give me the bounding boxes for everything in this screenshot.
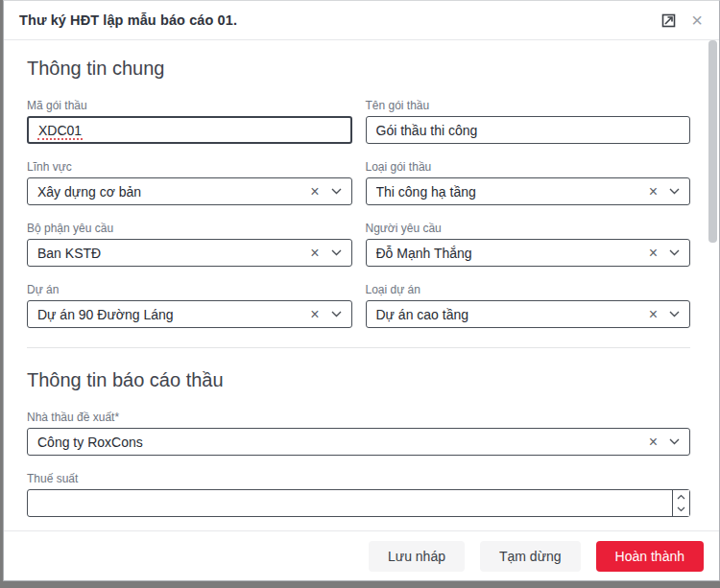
field-loai-goi-thau: Loại gói thầu Thi công hạ tầng × xyxy=(366,160,691,205)
field-label: Mã gói thầu xyxy=(27,99,352,112)
field-label: Bộ phận yêu cầu xyxy=(27,222,352,235)
input-wrap xyxy=(27,116,352,144)
save-draft-button[interactable]: Lưu nháp xyxy=(369,541,465,572)
clear-icon[interactable]: × xyxy=(645,307,661,322)
field-label: Dự án xyxy=(27,283,352,296)
field-thue-suat: Thuế suất xyxy=(27,472,690,517)
select-value: Ban KSTĐ xyxy=(37,246,306,261)
chevron-down-icon xyxy=(669,249,680,256)
nguoi-yeu-cau-select[interactable]: Đỗ Mạnh Thắng × xyxy=(366,239,691,267)
clear-icon[interactable]: × xyxy=(306,184,323,200)
spinner-up-button[interactable] xyxy=(673,490,689,504)
window-frame: Thư ký HĐT lập mẫu báo cáo 01. × Thông t… xyxy=(0,0,720,588)
section-divider xyxy=(27,347,690,348)
chevron-down-icon xyxy=(331,311,342,318)
select-value: Công ty RoxCons xyxy=(37,435,645,450)
number-spinner xyxy=(672,490,689,516)
select-value: Dự án cao tầng xyxy=(376,307,645,322)
chevron-down-icon xyxy=(669,438,680,445)
chevron-down-icon xyxy=(669,188,680,195)
select-value: Đỗ Mạnh Thắng xyxy=(376,246,645,261)
field-label: Loại dự án xyxy=(366,283,691,296)
complete-button[interactable]: Hoàn thành xyxy=(596,541,704,572)
form-row: Bộ phận yêu cầu Ban KSTĐ × Người yêu cầu… xyxy=(27,222,690,267)
modal-title: Thư ký HĐT lập mẫu báo cáo 01. xyxy=(19,12,237,28)
header-actions: × xyxy=(660,12,706,29)
pause-button[interactable]: Tạm dừng xyxy=(480,541,581,572)
field-nguoi-yeu-cau: Người yêu cầu Đỗ Mạnh Thắng × xyxy=(366,222,691,267)
close-icon[interactable]: × xyxy=(688,12,706,29)
number-input-wrap xyxy=(27,489,690,517)
du-an-select[interactable]: Dự án 90 Đường Láng × xyxy=(27,300,352,328)
clear-icon[interactable]: × xyxy=(645,184,661,200)
clear-icon[interactable]: × xyxy=(645,435,661,450)
field-loai-du-an: Loại dự án Dự án cao tầng × xyxy=(366,283,691,328)
select-value: Xây dựng cơ bản xyxy=(37,184,306,200)
nha-thau-de-xuat-select[interactable]: Công ty RoxCons × xyxy=(27,428,690,456)
form-row: Mã gói thầu Tên gói thầu xyxy=(27,99,690,144)
field-ten-goi-thau: Tên gói thầu xyxy=(366,99,691,144)
field-linh-vuc: Lĩnh vực Xây dựng cơ bản × xyxy=(27,160,352,205)
loai-goi-thau-select[interactable]: Thi công hạ tầng × xyxy=(366,177,691,205)
ten-goi-thau-input[interactable] xyxy=(366,116,691,144)
field-label: Nhà thầu đề xuất* xyxy=(27,411,690,424)
spinner-down-button[interactable] xyxy=(673,504,689,517)
linh-vuc-select[interactable]: Xây dựng cơ bản × xyxy=(27,177,352,205)
expand-icon[interactable] xyxy=(660,12,677,29)
ma-goi-thau-input[interactable] xyxy=(27,116,352,144)
modal-header: Thư ký HĐT lập mẫu báo cáo 01. × xyxy=(4,1,719,40)
section-heading-report: Thông tin báo cáo thầu xyxy=(27,369,690,391)
report-template-modal: Thư ký HĐT lập mẫu báo cáo 01. × Thông t… xyxy=(3,0,720,581)
form-row: Dự án Dự án 90 Đường Láng × Loại dự án D… xyxy=(27,283,690,328)
form-row: Lĩnh vực Xây dựng cơ bản × Loại gói thầu… xyxy=(27,160,690,205)
bo-phan-yeu-cau-select[interactable]: Ban KSTĐ × xyxy=(27,239,352,267)
chevron-down-icon xyxy=(669,311,680,318)
clear-icon[interactable]: × xyxy=(306,307,323,322)
clear-icon[interactable]: × xyxy=(645,246,661,261)
input-wrap xyxy=(366,116,691,144)
vertical-scrollbar-thumb[interactable] xyxy=(708,40,717,243)
modal-footer: Lưu nháp Tạm dừng Hoàn thành xyxy=(4,530,719,580)
field-ma-goi-thau: Mã gói thầu xyxy=(27,99,352,144)
clear-icon[interactable]: × xyxy=(306,246,323,261)
modal-body: Thông tin chung Mã gói thầu Tên gói thầu xyxy=(4,40,719,530)
field-label: Loại gói thầu xyxy=(366,160,691,174)
field-du-an: Dự án Dự án 90 Đường Láng × xyxy=(27,283,352,328)
thue-suat-input[interactable] xyxy=(28,490,672,516)
select-value: Thi công hạ tầng xyxy=(376,184,645,200)
loai-du-an-select[interactable]: Dự án cao tầng × xyxy=(366,300,691,328)
field-label: Thuế suất xyxy=(27,472,690,485)
section-heading-general: Thông tin chung xyxy=(27,58,690,80)
field-label: Lĩnh vực xyxy=(27,160,352,174)
chevron-down-icon xyxy=(331,249,342,256)
field-label: Người yêu cầu xyxy=(366,222,691,235)
select-value: Dự án 90 Đường Láng xyxy=(37,307,306,322)
chevron-down-icon xyxy=(331,188,342,195)
field-bo-phan-yeu-cau: Bộ phận yêu cầu Ban KSTĐ × xyxy=(27,222,352,267)
field-label: Tên gói thầu xyxy=(366,99,691,112)
field-nha-thau-de-xuat: Nhà thầu đề xuất* Công ty RoxCons × xyxy=(27,411,690,456)
